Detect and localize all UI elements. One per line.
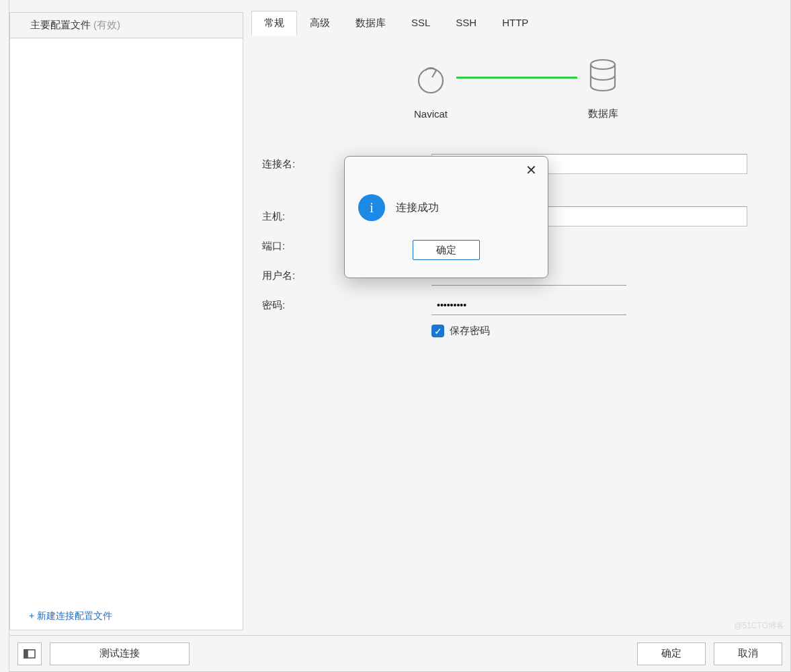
sidebar-header: 主要配置文件 (有效) (10, 13, 243, 38)
watermark: @51CTO博客 (734, 620, 784, 632)
tab-ssh[interactable]: SSH (443, 11, 489, 36)
close-icon[interactable]: ✕ (526, 163, 537, 177)
diagram-db-label: 数据库 (588, 108, 618, 120)
save-password-label: 保存密码 (450, 325, 490, 337)
tab-ssl[interactable]: SSL (399, 11, 443, 36)
tab-database[interactable]: 数据库 (343, 11, 399, 36)
sidebar-title: 主要配置文件 (30, 19, 91, 32)
save-password-row[interactable]: ✓ 保存密码 (431, 325, 782, 337)
panel-toggle-button[interactable] (17, 642, 42, 665)
connection-dialog: 主要配置文件 (有效) + 新建连接配置文件 常规 高级 数据库 SSL SSH… (9, 0, 791, 672)
password-label: 密码: (262, 299, 431, 312)
svg-point-0 (419, 69, 443, 93)
success-modal: ✕ i 连接成功 确定 (344, 156, 548, 278)
diagram-app-label: Navicat (414, 108, 448, 120)
save-password-checkbox[interactable]: ✓ (431, 325, 444, 337)
navicat-icon (412, 57, 450, 97)
modal-ok-button[interactable]: 确定 (413, 240, 480, 260)
tab-advanced[interactable]: 高级 (297, 11, 343, 36)
ok-button[interactable]: 确定 (637, 642, 706, 665)
tab-general[interactable]: 常规 (251, 11, 297, 36)
svg-rect-3 (24, 650, 28, 658)
dialog-footer: 测试连接 确定 取消 (9, 635, 790, 671)
connection-diagram: Navicat 数据库 (251, 56, 782, 120)
diagram-connection-line (456, 77, 577, 79)
database-icon (584, 56, 622, 97)
diagram-database: 数据库 (584, 56, 622, 120)
sidebar-title-suffix: (有效) (93, 19, 120, 32)
cancel-button[interactable]: 取消 (714, 642, 782, 665)
main-panel: Navicat 数据库 连接名: (251, 34, 782, 630)
tab-bar: 常规 高级 数据库 SSL SSH HTTP (251, 11, 541, 36)
svg-point-1 (591, 60, 615, 69)
diagram-app: Navicat (412, 57, 450, 120)
test-connection-button[interactable]: 测试连接 (50, 642, 190, 665)
profiles-sidebar: 主要配置文件 (有效) + 新建连接配置文件 (9, 12, 243, 630)
password-input[interactable] (431, 295, 626, 315)
modal-body: i 连接成功 (345, 157, 548, 221)
sidebar-footer: + 新建连接配置文件 (10, 603, 243, 630)
info-icon: i (358, 194, 385, 221)
tab-http[interactable]: HTTP (489, 11, 541, 36)
new-profile-link[interactable]: + 新建连接配置文件 (29, 610, 112, 622)
modal-message: 连接成功 (396, 201, 439, 215)
